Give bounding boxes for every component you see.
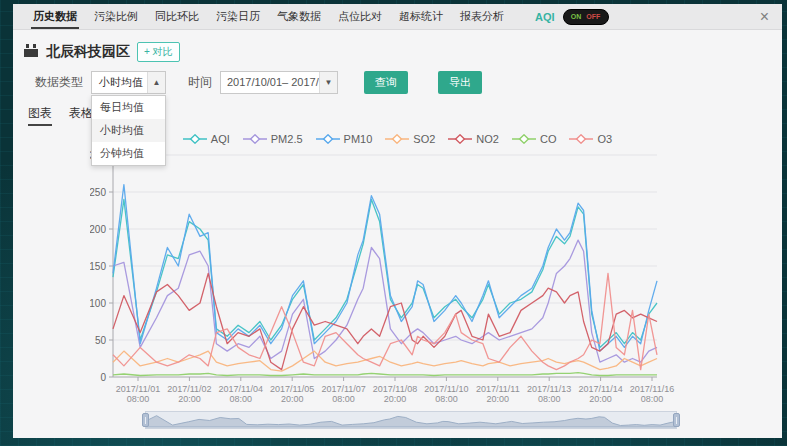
nav-tab-0[interactable]: 历史数据 [33, 4, 77, 29]
legend-marker-icon [512, 134, 536, 144]
date-range-value: 2017/10/01– 2017/10/31 [221, 72, 319, 93]
legend-marker-icon [183, 134, 207, 144]
time-label: 时间 [188, 74, 212, 91]
aqi-toggle-group: AQI ON OFF [535, 4, 609, 29]
svg-text:0: 0 [100, 372, 106, 383]
legend-item-PM10[interactable]: PM10 [316, 133, 373, 145]
svg-text:2017/11/1420:00: 2017/11/1420:00 [578, 384, 622, 404]
dropdown-option-2[interactable]: 分钟均值 [92, 142, 165, 165]
filter-bar: 数据类型 小时均值 ▲ 每日均值小时均值分钟均值 时间 2017/10/01– … [35, 71, 782, 94]
legend-item-O3[interactable]: O3 [569, 133, 612, 145]
dropdown-option-1[interactable]: 小时均值 [92, 119, 165, 142]
nav-tab-3[interactable]: 污染日历 [216, 4, 260, 29]
legend-label: PM2.5 [271, 133, 303, 145]
legend-label: SO2 [413, 133, 435, 145]
svg-text:2017/11/0520:00: 2017/11/0520:00 [270, 384, 314, 404]
toggle-off-label: OFF [586, 13, 600, 20]
datazoom-handle-right[interactable] [673, 413, 680, 427]
svg-text:2017/11/1008:00: 2017/11/1008:00 [424, 384, 468, 404]
svg-text:2017/11/1120:00: 2017/11/1120:00 [476, 384, 520, 404]
svg-text:2017/11/0108:00: 2017/11/0108:00 [116, 384, 160, 404]
legend-label: AQI [211, 133, 230, 145]
svg-text:100: 100 [90, 298, 106, 309]
query-button[interactable]: 查询 [364, 71, 408, 94]
date-range-wrap: 2017/10/01– 2017/10/31 ▼ [220, 71, 338, 94]
legend-marker-icon [385, 134, 409, 144]
nav-tabs: 历史数据污染比例同比环比污染日历气象数据点位比对超标统计报表分析 [33, 4, 521, 29]
legend-marker-icon [316, 134, 340, 144]
legend-label: O3 [597, 133, 612, 145]
svg-text:250: 250 [90, 187, 106, 198]
close-icon[interactable]: × [760, 9, 769, 25]
svg-text:2017/11/0408:00: 2017/11/0408:00 [219, 384, 263, 404]
svg-text:50: 50 [95, 335, 107, 346]
station-header: 北辰科技园区 + 对比 [23, 42, 782, 62]
legend-marker-icon [243, 134, 267, 144]
export-button[interactable]: 导出 [438, 71, 482, 94]
legend-item-PM2.5[interactable]: PM2.5 [243, 133, 303, 145]
legend-item-SO2[interactable]: SO2 [385, 133, 435, 145]
data-type-select[interactable]: 小时均值 ▲ [91, 71, 166, 94]
tab-chart[interactable]: 图表 [28, 105, 52, 126]
nav-tab-4[interactable]: 气象数据 [277, 4, 321, 29]
data-type-label: 数据类型 [35, 74, 83, 91]
legend-marker-icon [448, 134, 472, 144]
aqi-label: AQI [535, 11, 555, 23]
nav-tab-5[interactable]: 点位比对 [338, 4, 382, 29]
legend-item-NO2[interactable]: NO2 [448, 133, 499, 145]
legend-marker-icon [569, 134, 593, 144]
chevron-up-icon[interactable]: ▲ [147, 72, 165, 93]
app-window: 历史数据污染比例同比环比污染日历气象数据点位比对超标统计报表分析 AQI ON … [13, 4, 782, 438]
svg-text:2017/11/1308:00: 2017/11/1308:00 [527, 384, 571, 404]
date-range-input[interactable]: 2017/10/01– 2017/10/31 ▼ [220, 71, 338, 94]
dropdown-option-0[interactable]: 每日均值 [92, 96, 165, 119]
svg-text:2017/11/1608:00: 2017/11/1608:00 [630, 384, 674, 404]
aqi-toggle-switch[interactable]: ON OFF [563, 9, 609, 25]
legend-item-CO[interactable]: CO [512, 133, 557, 145]
datazoom-handle-left[interactable] [142, 413, 149, 427]
nav-tab-1[interactable]: 污染比例 [94, 4, 138, 29]
data-type-select-wrap: 小时均值 ▲ 每日均值小时均值分钟均值 [91, 71, 166, 94]
legend-label: CO [540, 133, 557, 145]
nav-tab-6[interactable]: 超标统计 [399, 4, 443, 29]
data-type-dropdown: 每日均值小时均值分钟均值 [91, 95, 166, 166]
legend-label: PM10 [344, 133, 373, 145]
tab-table[interactable]: 表格 [69, 105, 93, 126]
svg-text:2017/11/0708:00: 2017/11/0708:00 [321, 384, 365, 404]
nav-tab-2[interactable]: 同比环比 [155, 4, 199, 29]
svg-text:150: 150 [90, 261, 106, 272]
datazoom-slider[interactable] [145, 411, 677, 429]
svg-text:2017/11/0820:00: 2017/11/0820:00 [373, 384, 417, 404]
chevron-down-icon[interactable]: ▼ [319, 72, 337, 93]
legend-item-AQI[interactable]: AQI [183, 133, 230, 145]
line-chart[interactable]: 0501001502002503002017/11/0108:002017/11… [90, 146, 690, 408]
top-nav: 历史数据污染比例同比环比污染日历气象数据点位比对超标统计报表分析 AQI ON … [13, 4, 782, 30]
svg-text:2017/11/0220:00: 2017/11/0220:00 [167, 384, 211, 404]
legend-label: NO2 [476, 133, 499, 145]
building-icon [23, 43, 39, 62]
svg-text:200: 200 [90, 224, 106, 235]
nav-tab-7[interactable]: 报表分析 [460, 4, 504, 29]
compare-button[interactable]: + 对比 [137, 42, 180, 62]
station-title: 北辰科技园区 [46, 43, 130, 61]
toggle-on-label: ON [571, 13, 582, 20]
data-type-value: 小时均值 [92, 72, 147, 93]
